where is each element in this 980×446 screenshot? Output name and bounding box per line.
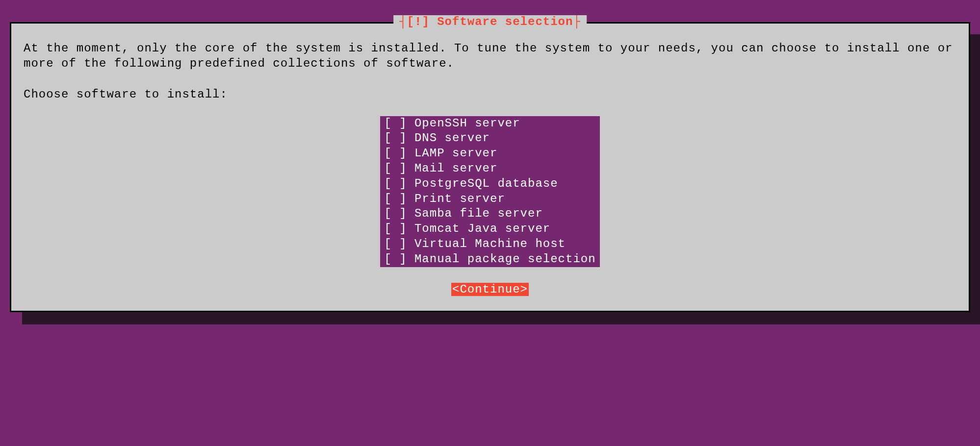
title-border-right: ├	[573, 15, 580, 28]
dialog-prompt: Choose software to install:	[24, 87, 956, 102]
software-option[interactable]: [ ] DNS server	[380, 131, 599, 146]
software-selection-dialog: ┤ [!] Software selection ├ At the moment…	[10, 22, 970, 312]
software-option[interactable]: [ ] LAMP server	[380, 146, 599, 161]
software-option[interactable]: [ ] Samba file server	[380, 206, 599, 222]
software-option[interactable]: [ ] Tomcat Java server	[380, 222, 599, 237]
dialog-title: [!] Software selection	[407, 15, 573, 28]
software-option[interactable]: [ ] Print server	[380, 192, 599, 207]
software-option[interactable]: [ ] Virtual Machine host	[380, 237, 599, 252]
software-option[interactable]: [ ] PostgreSQL database	[380, 176, 599, 192]
software-option[interactable]: [ ] Manual package selection	[380, 252, 599, 267]
software-options-list: [ ] OpenSSH server [ ] DNS server [ ] LA…	[380, 116, 599, 267]
continue-button[interactable]: <Continue>	[451, 283, 529, 296]
software-option[interactable]: [ ] Mail server	[380, 161, 599, 176]
options-container: [ ] OpenSSH server [ ] DNS server [ ] LA…	[24, 116, 956, 267]
dialog-shadow-wrap: ┤ [!] Software selection ├ At the moment…	[10, 22, 970, 312]
button-row: <Continue>	[24, 283, 956, 296]
software-option[interactable]: [ ] OpenSSH server	[380, 116, 599, 131]
title-border-left: ┤	[399, 15, 407, 28]
dialog-title-bar: ┤ [!] Software selection ├	[393, 15, 587, 28]
dialog-description: At the moment, only the core of the syst…	[24, 41, 956, 71]
